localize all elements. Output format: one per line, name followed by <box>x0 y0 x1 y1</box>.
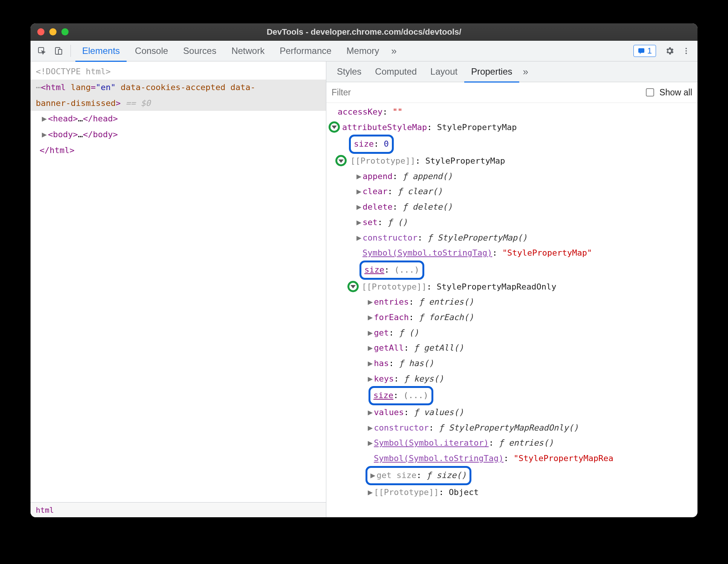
prop-prototype-1[interactable]: [[Prototype]]: StylePropertyMap <box>330 153 694 169</box>
prop-prototype-3[interactable]: ▶[[Prototype]]: Object <box>330 485 694 500</box>
tab-console[interactable]: Console <box>128 40 175 61</box>
subtab-properties[interactable]: Properties <box>464 61 519 83</box>
prop-get[interactable]: ▶get: ƒ () <box>330 325 694 341</box>
prop-symbol-iterator[interactable]: ▶Symbol(Symbol.iterator): ƒ entries() <box>330 435 694 451</box>
tab-sources[interactable]: Sources <box>176 40 223 61</box>
prop-tostringtag-2[interactable]: Symbol(Symbol.toStringTag): "StyleProper… <box>330 451 694 466</box>
window-title: DevTools - developer.chrome.com/docs/dev… <box>31 27 697 37</box>
tab-memory[interactable]: Memory <box>340 40 386 61</box>
svg-point-4 <box>685 48 687 49</box>
prop-getall[interactable]: ▶getAll: ƒ getAll() <box>330 340 694 356</box>
svg-rect-2 <box>58 49 62 54</box>
sidebar-tabs: Styles Computed Layout Properties » <box>326 61 697 82</box>
prop-values[interactable]: ▶values: ƒ values() <box>330 405 694 420</box>
minimize-icon[interactable] <box>49 28 57 35</box>
doctype-line[interactable]: <!DOCTYPE html> <box>31 64 326 80</box>
prop-size-2[interactable]: size: (...) <box>330 386 694 405</box>
prop-prototype-2[interactable]: [[Prototype]]: StylePropertyMapReadOnly <box>330 279 694 295</box>
more-tabs-icon[interactable]: » <box>387 45 400 57</box>
svg-rect-3 <box>638 48 644 53</box>
properties-tree[interactable]: accessKey: "" attributeStyleMap: StylePr… <box>326 103 697 517</box>
expand-icon[interactable] <box>335 155 347 166</box>
subtab-computed[interactable]: Computed <box>368 61 424 82</box>
svg-point-6 <box>685 53 687 54</box>
prop-delete[interactable]: ▶delete: ƒ delete() <box>330 199 694 215</box>
prop-set[interactable]: ▶set: ƒ () <box>330 215 694 230</box>
tab-network[interactable]: Network <box>225 40 271 61</box>
html-close-line[interactable]: </html> <box>31 143 326 158</box>
prop-accesskey[interactable]: accessKey: "" <box>330 104 694 120</box>
prop-tostringtag-1[interactable]: Symbol(Symbol.toStringTag): "StyleProper… <box>330 245 694 261</box>
titlebar: DevTools - developer.chrome.com/docs/dev… <box>31 23 697 41</box>
prop-append[interactable]: ▶append: ƒ append() <box>330 169 694 184</box>
prop-entries[interactable]: ▶entries: ƒ entries() <box>330 294 694 310</box>
devtools-window: DevTools - developer.chrome.com/docs/dev… <box>31 23 697 517</box>
prop-get-size[interactable]: ▶get size: ƒ size() <box>330 466 694 485</box>
dom-tree[interactable]: <!DOCTYPE html> ⋯<html lang="en" data-co… <box>31 61 326 502</box>
sidebar-panel: Styles Computed Layout Properties » Show… <box>326 61 697 517</box>
prop-size-0[interactable]: size: 0 <box>330 135 694 153</box>
settings-icon[interactable] <box>662 43 677 58</box>
kebab-menu-icon[interactable] <box>679 43 694 58</box>
prop-constructor-2[interactable]: ▶constructor: ƒ StylePropertyMapReadOnly… <box>330 420 694 436</box>
main-toolbar: Elements Console Sources Network Perform… <box>31 41 697 61</box>
tab-performance[interactable]: Performance <box>273 40 338 61</box>
inspect-icon[interactable] <box>34 43 49 58</box>
subtab-layout[interactable]: Layout <box>424 61 464 82</box>
device-toggle-icon[interactable] <box>51 43 66 58</box>
show-all-label: Show all <box>659 87 692 98</box>
filter-input[interactable] <box>332 87 641 98</box>
prop-keys[interactable]: ▶keys: ƒ keys() <box>330 371 694 387</box>
filter-bar: Show all <box>326 82 697 103</box>
prop-foreach[interactable]: ▶forEach: ƒ forEach() <box>330 310 694 325</box>
prop-size-1[interactable]: size: (...) <box>330 261 694 279</box>
maximize-icon[interactable] <box>61 28 69 35</box>
svg-point-5 <box>685 50 687 52</box>
prop-constructor-1[interactable]: ▶constructor: ƒ StylePropertyMap() <box>330 230 694 246</box>
breadcrumb[interactable]: html <box>31 502 326 517</box>
head-line[interactable]: ▶<head>…</head> <box>31 111 326 127</box>
html-open-line-2[interactable]: banner-dismissed> == $0 <box>31 95 326 111</box>
content-split: <!DOCTYPE html> ⋯<html lang="en" data-co… <box>31 61 697 517</box>
prop-attributestylemap[interactable]: attributeStyleMap: StylePropertyMap <box>330 120 694 135</box>
show-all-checkbox[interactable] <box>646 88 654 97</box>
more-subtabs-icon[interactable]: » <box>519 66 532 78</box>
prop-clear[interactable]: ▶clear: ƒ clear() <box>330 184 694 199</box>
expand-icon[interactable] <box>347 281 359 292</box>
subtab-styles[interactable]: Styles <box>330 61 368 82</box>
expand-icon[interactable] <box>329 121 340 133</box>
close-icon[interactable] <box>37 28 44 35</box>
html-open-line[interactable]: ⋯<html lang="en" data-cookies-accepted d… <box>31 80 326 95</box>
issues-button[interactable]: 1 <box>633 45 656 57</box>
elements-panel: <!DOCTYPE html> ⋯<html lang="en" data-co… <box>31 61 326 517</box>
body-line[interactable]: ▶<body>…</body> <box>31 127 326 143</box>
issues-count: 1 <box>647 46 652 56</box>
window-controls <box>37 28 69 35</box>
prop-has[interactable]: ▶has: ƒ has() <box>330 356 694 371</box>
tab-elements[interactable]: Elements <box>75 40 127 62</box>
